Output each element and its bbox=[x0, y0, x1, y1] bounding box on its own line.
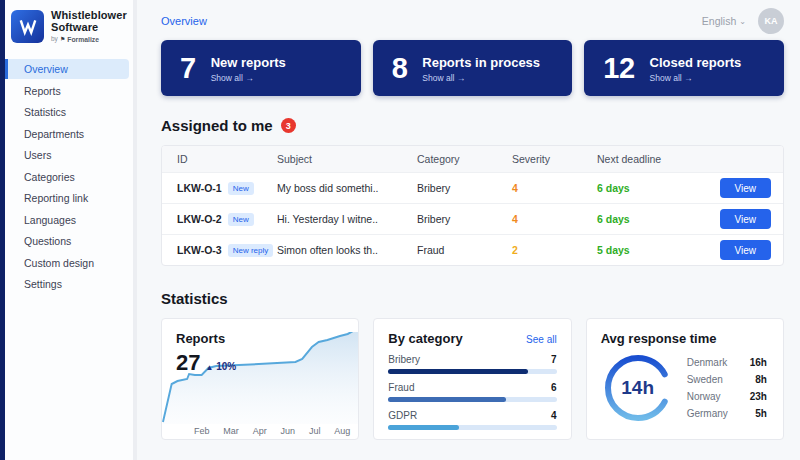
report-severity: 2 bbox=[512, 244, 597, 256]
sidebar-item-overview[interactable]: Overview bbox=[5, 59, 129, 79]
brand-text: Whistleblower Software by ⚑ Formalize bbox=[51, 10, 127, 43]
assigned-section-header: Assigned to me 3 bbox=[161, 117, 784, 134]
legend-row: Sweden 8h bbox=[687, 374, 767, 385]
month-tick: Apr bbox=[253, 426, 267, 436]
brand-line2: Software bbox=[51, 22, 127, 34]
stat-card-new-reports[interactable]: 7 New reports Show all → bbox=[161, 40, 361, 96]
report-category: Bribery bbox=[417, 182, 512, 194]
category-chart-card: By category See all Bribery 7 Fraud 6 bbox=[373, 318, 571, 440]
category-card-title: By category bbox=[388, 331, 462, 346]
category-value: 6 bbox=[551, 382, 557, 393]
table-row: LKW-O-2 New Hi. Yesterday I witne.. Brib… bbox=[162, 203, 783, 234]
table-row: LKW-O-1 New My boss did somethi.. Briber… bbox=[162, 172, 783, 203]
statistics-cards-row: Reports 27 ▲ 10% bbox=[161, 318, 784, 440]
category-value: 4 bbox=[551, 410, 557, 421]
sidebar-item-statistics[interactable]: Statistics bbox=[5, 102, 133, 122]
view-button[interactable]: View bbox=[720, 209, 772, 229]
table-row: LKW-O-3 New reply Simon often looks th..… bbox=[162, 234, 783, 265]
category-bar-row: Fraud 6 bbox=[388, 382, 556, 402]
brand-byline: by ⚑ Formalize bbox=[51, 36, 127, 43]
report-severity: 4 bbox=[512, 213, 597, 225]
legend-country: Germany bbox=[687, 408, 728, 419]
report-subject: Hi. Yesterday I witne.. bbox=[277, 213, 417, 225]
sidebar-item-users[interactable]: Users bbox=[5, 145, 133, 165]
reports-chart-card: Reports 27 ▲ 10% bbox=[161, 318, 359, 440]
logo-w-icon bbox=[11, 10, 44, 43]
stat-value: 7 bbox=[180, 52, 196, 85]
show-all-link[interactable]: Show all → bbox=[650, 73, 742, 83]
sidebar-item-departments[interactable]: Departments bbox=[5, 124, 133, 144]
response-time-card: Avg response time 14h bbox=[586, 318, 784, 440]
trend-delta: 10% bbox=[216, 361, 236, 372]
legend-country: Denmark bbox=[687, 357, 728, 368]
month-tick: Jul bbox=[309, 426, 321, 436]
legend-value: 16h bbox=[750, 357, 767, 368]
legend-country: Norway bbox=[687, 391, 721, 402]
sidebar-item-categories[interactable]: Categories bbox=[5, 167, 133, 187]
col-category: Category bbox=[417, 153, 512, 165]
sidebar: Whistleblower Software by ⚑ Formalize Ov… bbox=[5, 0, 137, 460]
sidebar-item-custom-design[interactable]: Custom design bbox=[5, 253, 133, 273]
stat-value: 8 bbox=[392, 52, 408, 85]
month-axis: Feb Mar Apr Jun Jul Aug bbox=[194, 426, 350, 436]
stat-value: 12 bbox=[603, 52, 634, 85]
legend-value: 8h bbox=[755, 374, 767, 385]
statistics-title: Statistics bbox=[161, 290, 228, 307]
trend-up-icon: ▲ bbox=[205, 363, 213, 372]
topbar-right: English ⌄ KA bbox=[702, 8, 784, 34]
response-legend: Denmark 16h Sweden 8h Norway 23h Germa bbox=[687, 357, 769, 419]
assigned-title: Assigned to me bbox=[161, 117, 273, 134]
sidebar-item-reports[interactable]: Reports bbox=[5, 81, 133, 101]
topbar: Overview English ⌄ KA bbox=[161, 0, 784, 36]
status-badge: New bbox=[228, 182, 254, 195]
bar-fill bbox=[388, 369, 528, 374]
legend-row: Germany 5h bbox=[687, 408, 767, 419]
see-all-link[interactable]: See all bbox=[526, 334, 557, 345]
report-category: Bribery bbox=[417, 213, 512, 225]
assigned-table: ID Subject Category Severity Next deadli… bbox=[161, 145, 784, 266]
response-card-title: Avg response time bbox=[601, 331, 769, 346]
response-donut-chart: 14h bbox=[601, 351, 675, 425]
view-button[interactable]: View bbox=[720, 240, 772, 260]
col-severity: Severity bbox=[512, 153, 597, 165]
stat-card-reports-in-process[interactable]: 8 Reports in process Show all → bbox=[373, 40, 573, 96]
sidebar-item-questions[interactable]: Questions bbox=[5, 231, 133, 251]
report-category: Fraud bbox=[417, 244, 512, 256]
show-all-link[interactable]: Show all → bbox=[211, 73, 286, 83]
reports-total: 27 bbox=[176, 350, 200, 376]
view-button[interactable]: View bbox=[720, 178, 772, 198]
main-content: Overview English ⌄ KA 7 New reports Show… bbox=[141, 0, 800, 460]
status-badge: New bbox=[228, 213, 254, 226]
app-logo[interactable]: Whistleblower Software by ⚑ Formalize bbox=[5, 0, 133, 49]
legend-row: Denmark 16h bbox=[687, 357, 767, 368]
assigned-count-badge: 3 bbox=[281, 118, 296, 133]
report-deadline: 6 days bbox=[597, 182, 707, 194]
report-subject: My boss did somethi.. bbox=[277, 182, 417, 194]
avatar[interactable]: KA bbox=[758, 8, 784, 34]
show-all-link[interactable]: Show all → bbox=[422, 73, 540, 83]
category-label: Fraud bbox=[388, 382, 414, 393]
byline-company: Formalize bbox=[67, 36, 99, 43]
legend-row: Norway 23h bbox=[687, 391, 767, 402]
stat-card-closed-reports[interactable]: 12 Closed reports Show all → bbox=[584, 40, 784, 96]
formalize-flag-icon: ⚑ bbox=[60, 36, 65, 42]
sidebar-item-languages[interactable]: Languages bbox=[5, 210, 133, 230]
report-subject: Simon often looks th.. bbox=[277, 244, 417, 256]
trend-indicator: ▲ 10% bbox=[205, 361, 236, 372]
col-deadline: Next deadline bbox=[597, 153, 707, 165]
breadcrumb[interactable]: Overview bbox=[161, 15, 207, 27]
sidebar-item-settings[interactable]: Settings bbox=[5, 274, 133, 294]
col-subject: Subject bbox=[277, 153, 417, 165]
month-tick: Aug bbox=[334, 426, 350, 436]
report-id: LKW-O-3 New reply bbox=[177, 244, 277, 257]
chevron-down-icon: ⌄ bbox=[739, 17, 746, 26]
table-header: ID Subject Category Severity Next deadli… bbox=[162, 146, 783, 172]
language-label: English bbox=[702, 15, 736, 27]
sidebar-item-reporting-link[interactable]: Reporting link bbox=[5, 188, 133, 208]
language-dropdown[interactable]: English ⌄ bbox=[702, 15, 746, 27]
report-deadline: 6 days bbox=[597, 213, 707, 225]
stat-label: Closed reports bbox=[650, 55, 742, 70]
response-center-value: 14h bbox=[601, 351, 675, 425]
report-deadline: 5 days bbox=[597, 244, 707, 256]
month-tick: Jun bbox=[281, 426, 296, 436]
